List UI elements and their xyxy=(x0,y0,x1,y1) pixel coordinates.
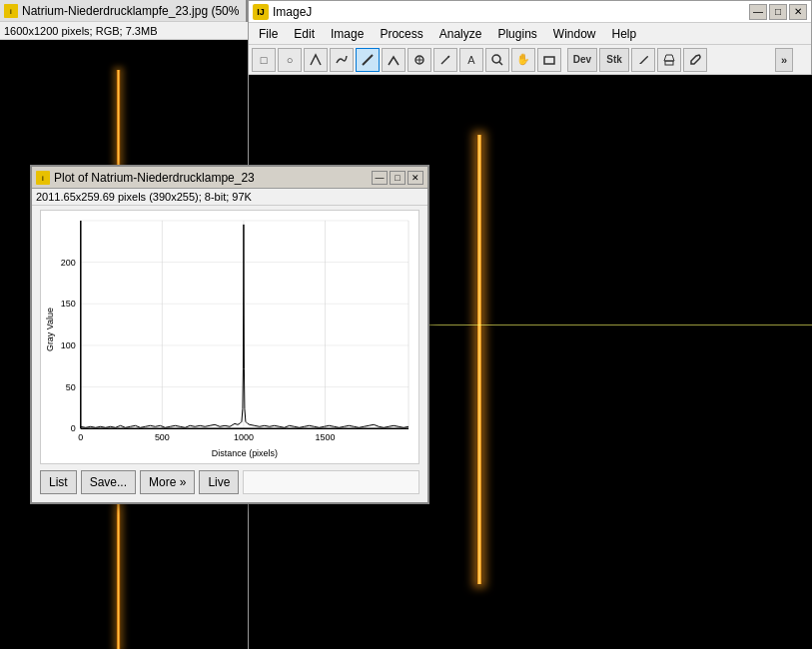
bucket-tool[interactable] xyxy=(657,48,681,72)
svg-text:i: i xyxy=(10,7,12,16)
close-button[interactable]: ✕ xyxy=(789,4,807,20)
angle-tool[interactable] xyxy=(382,48,406,72)
plot-info: 2011.65x259.69 pixels (390x255); 8-bit; … xyxy=(32,189,427,206)
svg-text:1500: 1500 xyxy=(316,432,336,442)
menu-plugins[interactable]: Plugins xyxy=(489,25,544,43)
plot-buttons-bar: List Save... More » Live xyxy=(32,464,427,500)
minimize-button[interactable]: — xyxy=(749,4,767,20)
plot-window-controls: — □ ✕ xyxy=(372,171,423,185)
wand-tool[interactable] xyxy=(433,48,457,72)
more-tools-button[interactable]: » xyxy=(775,48,793,72)
svg-text:0: 0 xyxy=(71,423,76,433)
window-controls: — □ ✕ xyxy=(749,4,807,20)
plot-title-text: Plot of Natrium-Niederdrucklampe_23 xyxy=(54,171,372,185)
source-titlebar: i Natrium-Niederdrucklampfe_23.jpg (50% xyxy=(0,0,246,22)
eyedropper-tool[interactable] xyxy=(683,48,707,72)
svg-text:1000: 1000 xyxy=(234,432,254,442)
spacer-tool xyxy=(713,48,773,72)
menu-bar: File Edit Image Process Analyze Plugins … xyxy=(249,23,811,45)
source-info-text: 1600x1200 pixels; RGB; 7.3MB xyxy=(4,25,157,37)
plot-label-area xyxy=(243,470,419,494)
save-button[interactable]: Save... xyxy=(81,470,136,494)
point-tool[interactable] xyxy=(407,48,431,72)
svg-text:50: 50 xyxy=(66,382,76,392)
svg-text:Gray Value: Gray Value xyxy=(45,308,55,351)
chart-svg: 0 50 100 150 200 0 500 1000 1500 Gray Va… xyxy=(41,211,418,463)
menu-window[interactable]: Window xyxy=(545,25,604,43)
paint-tool[interactable] xyxy=(631,48,655,72)
stk-tool[interactable]: Stk xyxy=(599,48,629,72)
source-info-bar: 1600x1200 pixels; RGB; 7.3MB xyxy=(0,22,248,40)
svg-rect-11 xyxy=(544,57,554,64)
svg-line-10 xyxy=(499,62,502,65)
oval-tool[interactable]: ○ xyxy=(278,48,302,72)
svg-text:i: i xyxy=(42,174,44,183)
plot-minimize-button[interactable]: — xyxy=(372,171,388,185)
rectangle-tool[interactable]: □ xyxy=(252,48,276,72)
source-title-icon: i xyxy=(4,4,18,18)
svg-text:100: 100 xyxy=(61,340,76,350)
svg-text:200: 200 xyxy=(61,258,76,268)
list-button[interactable]: List xyxy=(40,470,77,494)
more-button[interactable]: More » xyxy=(140,470,195,494)
dev-tool[interactable]: Dev xyxy=(567,48,597,72)
imagej-titlebar: IJ ImageJ — □ ✕ xyxy=(249,1,811,23)
svg-point-9 xyxy=(492,55,500,63)
plot-window: i Plot of Natrium-Niederdrucklampe_23 — … xyxy=(30,165,429,504)
menu-image[interactable]: Image xyxy=(323,25,372,43)
polygon-tool[interactable] xyxy=(304,48,328,72)
menu-help[interactable]: Help xyxy=(604,25,645,43)
hand-tool[interactable]: ✋ xyxy=(511,48,535,72)
svg-rect-12 xyxy=(665,61,673,65)
zoom-tool[interactable] xyxy=(485,48,509,72)
line-tool[interactable] xyxy=(356,48,380,72)
menu-file[interactable]: File xyxy=(251,25,286,43)
rect-roi-tool[interactable] xyxy=(537,48,561,72)
spectral-emission-line xyxy=(476,135,482,584)
svg-text:150: 150 xyxy=(61,299,76,309)
plot-titlebar: i Plot of Natrium-Niederdrucklampe_23 — … xyxy=(32,167,427,189)
svg-text:IJ: IJ xyxy=(257,7,265,17)
maximize-button[interactable]: □ xyxy=(769,4,787,20)
toolbar: □ ○ A ✋ Dev Stk xyxy=(249,45,811,75)
live-button[interactable]: Live xyxy=(199,470,239,494)
svg-line-4 xyxy=(363,55,373,65)
svg-text:0: 0 xyxy=(78,432,83,442)
text-tool[interactable]: A xyxy=(459,48,483,72)
imagej-title-icon: IJ xyxy=(253,4,269,20)
freehand-tool[interactable] xyxy=(330,48,354,72)
svg-text:Distance (pixels): Distance (pixels) xyxy=(212,448,278,458)
imagej-title-text: ImageJ xyxy=(273,5,749,19)
plot-title-icon: i xyxy=(36,171,50,185)
source-title-text: Natrium-Niederdrucklampfe_23.jpg (50% xyxy=(22,4,239,18)
menu-analyze[interactable]: Analyze xyxy=(431,25,490,43)
menu-edit[interactable]: Edit xyxy=(286,25,323,43)
plot-close-button[interactable]: ✕ xyxy=(407,171,423,185)
menu-process[interactable]: Process xyxy=(372,25,430,43)
svg-text:500: 500 xyxy=(155,432,170,442)
plot-maximize-button[interactable]: □ xyxy=(390,171,406,185)
plot-chart: 0 50 100 150 200 0 500 1000 1500 Gray Va… xyxy=(40,210,419,464)
